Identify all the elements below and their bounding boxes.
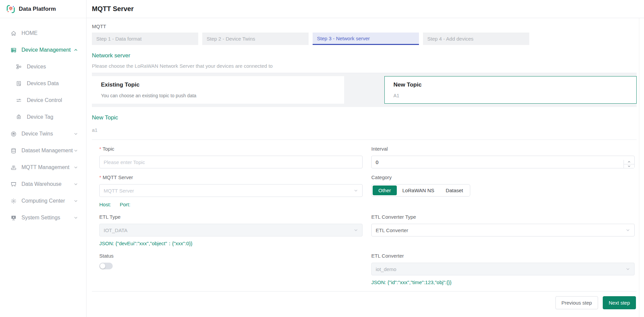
chevron-down-icon [73,148,78,153]
sidebar-item-label: Device Management [21,47,71,53]
chevron-down-icon [73,199,78,203]
device-twins-icon [10,130,17,137]
app-window: Data Platform HOME Device Manag [0,0,644,317]
network-server-form: Topic Interval [92,140,637,285]
sidebar-item-device-tag[interactable]: Device Tag [0,109,86,125]
topic-field: Topic [99,146,363,168]
interval-input[interactable] [371,156,635,168]
sidebar-item-label: Data Warehouse [21,181,61,187]
category-label: Category [371,174,635,180]
step-tab-1[interactable]: Step 1 - Data format [92,33,198,45]
host-label: Host: [99,202,111,207]
brand-name: Data Platform [19,6,56,12]
interval-label: Interval [371,146,635,152]
topic-input[interactable] [99,156,363,168]
mqtt-server-select[interactable]: MQTT Server [99,184,363,197]
chevron-down-icon [354,188,358,193]
status-toggle-knob [100,263,105,269]
etl-type-select[interactable]: IOT_DATA [99,224,363,236]
etl-converter-type-label: ETL Converter Type [371,214,635,220]
etl-converter-field: ETL Converter iot_demo JSON: {"id":"xxx"… [371,253,635,285]
sidebar-item-device-twins[interactable]: Device Twins [0,125,86,142]
interval-increase-button[interactable] [624,160,634,164]
etl-type-field: ETL Type IOT_DATA JSON: {"devEui":"xxx",… [99,214,363,247]
option-card-existing-topic[interactable]: Existing Topic You can choose an existin… [92,76,344,104]
device-control-icon [15,97,22,104]
sidebar-item-label: Dataset Management [21,148,73,154]
sidebar-item-data-warehouse[interactable]: Data Warehouse [0,176,86,193]
sidebar-item-dataset-management[interactable]: Dataset Management [0,142,86,159]
etl-converter-select[interactable]: iot_demo [371,263,635,275]
category-option-lorawan-ns[interactable]: LoRaWAN NS [397,186,440,195]
category-field: Category Other LoRaWAN NS Dataset [371,174,635,207]
mqtt-server-select-value: MQTT Server [104,188,134,194]
etl-type-json-hint: JSON: {"devEui":"xxx","object"：{"xxx":0}… [99,241,363,247]
brand: Data Platform [0,0,86,18]
category-option-dataset[interactable]: Dataset [440,186,469,195]
option-card-title: New Topic [393,82,628,88]
step-tab-4[interactable]: Step 4 - Add devices [423,33,529,45]
etl-converter-type-select[interactable]: ETL Converter [371,224,635,236]
sidebar-item-label: Devices [27,64,46,70]
mqtt-server-label: MQTT Server [99,174,363,180]
data-warehouse-icon [10,181,17,188]
panel-label: MQTT [92,23,637,29]
sidebar-item-home[interactable]: HOME [0,25,86,42]
chevron-down-icon [73,215,78,220]
etl-converter-json-hint: JSON: {"id":"xxx","time":123,"obj":{}} [371,279,635,285]
step-tab-3[interactable]: Step 3 - Network server [313,33,419,45]
sidebar-item-device-control[interactable]: Device Control [0,92,86,109]
etl-type-label: ETL Type [99,214,363,220]
sidebar-item-label: Device Control [27,97,62,103]
previous-step-button[interactable]: Previous step [555,296,598,309]
sidebar-item-computing-center[interactable]: Computing Center [0,193,86,209]
main-area: MQTT Server MQTT Step 1 - Data format St… [87,0,644,317]
sidebar-item-devices-data[interactable]: Devices Data [0,75,86,92]
chevron-down-icon [73,182,78,187]
sidebar-menu: HOME Device Management [0,18,86,226]
status-field: Status [99,253,363,285]
sidebar-item-label: HOME [21,30,38,36]
page-title: MQTT Server [92,5,133,13]
sidebar-item-label: Device Twins [21,131,53,137]
interval-decrease-button[interactable] [624,164,634,168]
chevron-down-icon [73,131,78,136]
etl-converter-type-select-value: ETL Converter [376,227,408,233]
scrollbar-rail[interactable] [639,18,639,317]
interval-field: Interval [371,146,635,168]
system-settings-icon [10,214,17,221]
chevron-down-icon [626,228,630,232]
footer-actions: Previous step Next step [92,292,637,309]
sidebar-item-device-management[interactable]: Device Management [0,42,86,58]
home-icon [10,30,17,37]
computing-center-icon [10,198,17,204]
etl-converter-type-field: ETL Converter Type ETL Converter [371,214,635,247]
sidebar-item-system-settings[interactable]: System Settings [0,209,86,226]
category-segmented-control: Other LoRaWAN NS Dataset [371,184,470,197]
status-label: Status [99,253,363,259]
host-port-line: Host: Port: [99,202,363,207]
chevron-down-icon [354,228,358,232]
chevron-up-icon [73,48,78,52]
etl-converter-label: ETL Converter [371,253,635,259]
chevron-down-icon [73,165,78,170]
device-management-icon [10,47,17,53]
next-step-button[interactable]: Next step [603,296,636,309]
sidebar-item-label: Computing Center [21,198,65,204]
option-card-description: You can choose an existing topic to push… [101,93,335,98]
new-topic-heading: New Topic [92,114,637,121]
topic-label: Topic [99,146,363,152]
dataset-management-icon [10,147,17,154]
status-toggle[interactable] [99,263,113,269]
step-tab-2[interactable]: Step 2 - Device Twins [202,33,309,45]
option-card-description: A1 [393,93,628,98]
sidebar-item-label: Devices Data [27,81,59,87]
port-label: Port: [120,202,130,207]
sidebar-item-mqtt-management[interactable]: MQTT Management [0,159,86,176]
category-option-other[interactable]: Other [373,186,397,195]
device-tag-icon [15,114,22,120]
chevron-down-icon [626,267,630,271]
option-card-new-topic[interactable]: New Topic A1 [384,76,637,104]
page-content: MQTT Step 1 - Data format Step 2 - Devic… [87,18,644,317]
sidebar-item-devices[interactable]: Devices [0,58,86,75]
